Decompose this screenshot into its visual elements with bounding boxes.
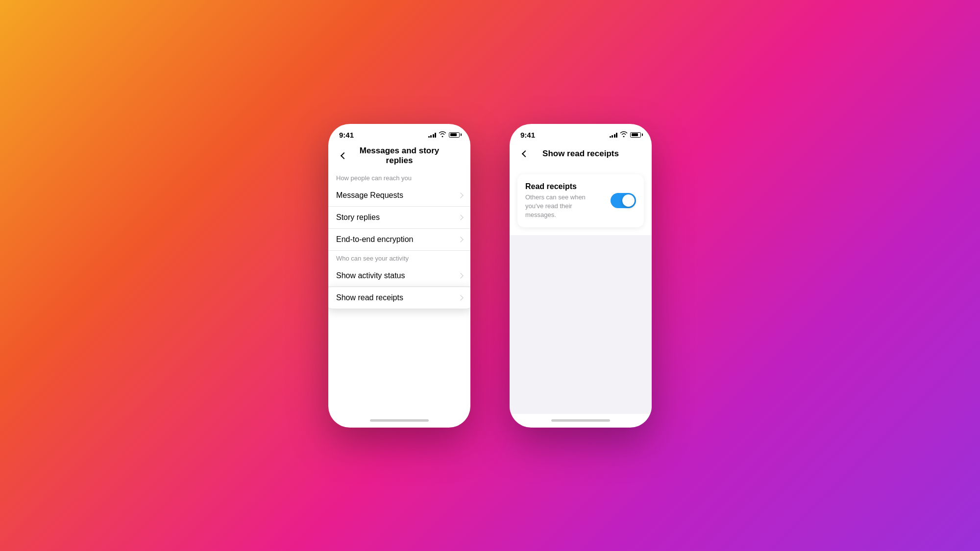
signal-icon-2	[610, 132, 618, 138]
nav-bar-1: Messages and story replies	[328, 143, 470, 170]
status-bar-1: 9:41	[328, 124, 470, 143]
signal-icon	[428, 132, 437, 138]
menu-item-label-story-replies: Story replies	[336, 213, 380, 222]
read-receipts-card: Read receipts Others can see when you've…	[517, 174, 644, 228]
menu-item-e2e-encryption[interactable]: End-to-end encryption	[328, 229, 470, 251]
read-receipts-title: Read receipts	[525, 182, 605, 191]
toggle-knob	[622, 194, 635, 207]
read-receipts-toggle[interactable]	[611, 193, 636, 208]
menu-item-label-e2e: End-to-end encryption	[336, 235, 413, 244]
content-1: How people can reach you Message Request…	[328, 170, 470, 414]
read-receipts-description: Others can see when you've read their me…	[525, 193, 605, 220]
section-header-reach: How people can reach you	[328, 170, 470, 185]
home-indicator-2	[510, 414, 652, 428]
status-icons-2	[610, 131, 641, 138]
battery-icon	[449, 132, 460, 138]
menu-item-message-requests[interactable]: Message Requests	[328, 185, 470, 207]
back-button-2[interactable]	[517, 146, 533, 162]
menu-item-activity-status[interactable]: Show activity status	[328, 265, 470, 287]
status-time-1: 9:41	[339, 131, 354, 139]
chevron-right-icon	[458, 237, 463, 242]
menu-item-label-read-receipts: Show read receipts	[336, 293, 403, 302]
nav-title-2: Show read receipts	[533, 149, 628, 159]
menu-item-label-activity-status: Show activity status	[336, 271, 405, 280]
menu-item-show-read-receipts[interactable]: Show read receipts	[328, 287, 470, 309]
battery-icon-2	[630, 132, 641, 138]
nav-title-1: Messages and story replies	[352, 146, 447, 166]
back-chevron-icon-2	[522, 150, 529, 157]
wifi-icon	[439, 131, 446, 138]
status-bar-2: 9:41	[510, 124, 652, 143]
content-area-2	[510, 235, 652, 413]
chevron-right-icon	[458, 295, 463, 300]
menu-item-story-replies[interactable]: Story replies	[328, 207, 470, 229]
chevron-right-icon	[458, 273, 463, 278]
home-indicator-1	[328, 414, 470, 428]
chevron-right-icon	[458, 192, 463, 198]
wifi-icon-2	[620, 131, 628, 138]
chevron-right-icon	[458, 215, 463, 220]
phone-2: 9:41 Show read receip	[510, 124, 652, 428]
home-bar	[370, 419, 429, 422]
status-icons-1	[428, 131, 460, 138]
read-receipts-info: Read receipts Others can see when you've…	[525, 182, 605, 220]
status-time-2: 9:41	[520, 131, 535, 139]
phone-1: 9:41 Messages and sto	[328, 124, 470, 428]
back-button-1[interactable]	[336, 148, 352, 164]
home-bar-2	[551, 419, 610, 422]
section-header-activity: Who can see your activity	[328, 251, 470, 265]
nav-bar-2: Show read receipts	[510, 143, 652, 167]
back-chevron-icon	[341, 152, 347, 159]
menu-item-label-message-requests: Message Requests	[336, 191, 403, 200]
